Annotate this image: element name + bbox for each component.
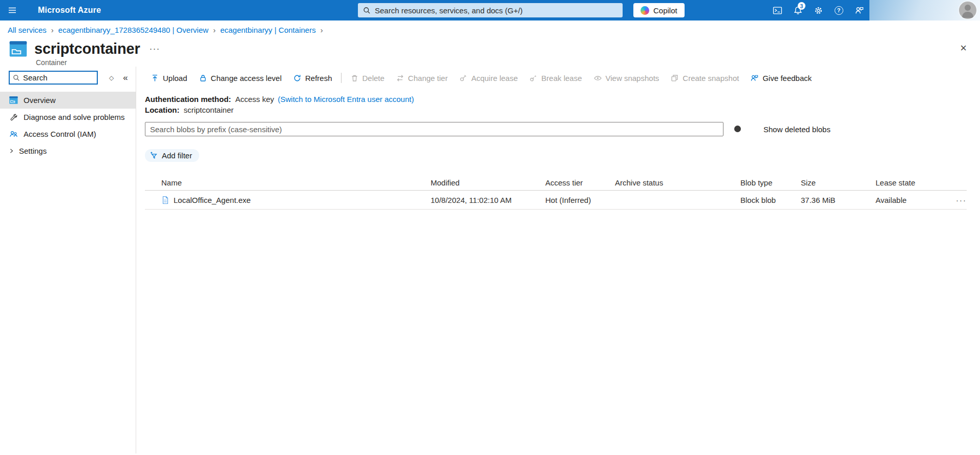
change-access-level-button[interactable]: Change access level — [193, 71, 287, 85]
sidebar: ◇ « Overview Diagnose and solve problems… — [0, 67, 136, 453]
row-more-icon[interactable]: ··· — [937, 196, 967, 204]
chevron-right-icon — [8, 148, 15, 154]
breadcrumb-all-services[interactable]: All services — [8, 26, 47, 34]
break-lease-icon — [529, 74, 538, 82]
add-filter-label: Add filter — [162, 151, 192, 160]
swap-arrows-icon — [396, 74, 404, 82]
cell-access-tier: Hot (Inferred) — [545, 196, 615, 204]
refresh-button[interactable]: Refresh — [287, 71, 338, 85]
azure-topbar: Microsoft Azure Copilot 3 ? — [0, 0, 980, 20]
search-icon — [363, 7, 371, 14]
global-search-input[interactable] — [375, 6, 617, 15]
blob-prefix-search[interactable] — [145, 122, 723, 136]
wrench-icon — [9, 113, 18, 121]
settings-gear-icon[interactable] — [808, 0, 828, 20]
acquire-lease-button: Acquire lease — [453, 71, 523, 85]
copilot-label: Copilot — [653, 6, 677, 15]
sidebar-search-input[interactable] — [23, 73, 94, 82]
global-search[interactable] — [358, 3, 623, 17]
sidebar-group-label: Settings — [19, 147, 47, 155]
switch-auth-link[interactable]: (Switch to Microsoft Entra user account) — [278, 95, 414, 104]
show-deleted-blobs-label: Show deleted blobs — [763, 125, 830, 134]
toolbar-divider — [341, 73, 342, 83]
brand-title[interactable]: Microsoft Azure — [38, 6, 101, 15]
cell-lease-state: Available — [876, 196, 937, 204]
blob-name-link[interactable]: LocalOffice_Agent.exe — [174, 196, 251, 204]
table-header-row: Name Modified Access tier Archive status… — [145, 175, 967, 191]
trash-icon — [350, 74, 359, 82]
auth-method-label: Authentication method: — [145, 95, 231, 104]
notifications-bell-icon[interactable]: 3 — [787, 0, 808, 20]
notification-badge: 3 — [798, 2, 805, 10]
create-snapshot-button: Create snapshot — [665, 71, 744, 85]
column-header-name[interactable]: Name — [161, 178, 431, 187]
cell-blob-type: Block blob — [740, 196, 801, 204]
cell-modified: 10/8/2024, 11:02:10 AM — [431, 196, 545, 204]
sidebar-item-diagnose[interactable]: Diagnose and solve problems — [0, 109, 136, 126]
sidebar-search[interactable] — [9, 71, 98, 85]
eye-icon — [593, 74, 602, 82]
container-icon — [9, 41, 27, 57]
upload-button[interactable]: Upload — [145, 71, 193, 85]
avatar[interactable] — [959, 2, 976, 19]
column-header-lease-state[interactable]: Lease state — [876, 178, 937, 187]
page-title: scriptcontainer — [34, 40, 140, 57]
help-icon[interactable]: ? — [828, 0, 849, 20]
show-deleted-blobs-toggle[interactable] — [733, 124, 757, 135]
location-value: scriptcontainer — [184, 106, 234, 114]
iam-people-icon — [9, 130, 18, 138]
table-row[interactable]: LocalOffice_Agent.exe 10/8/2024, 11:02:1… — [145, 191, 967, 210]
sidebar-item-label: Access Control (IAM) — [24, 130, 96, 138]
close-icon[interactable]: × — [960, 43, 967, 54]
snapshot-icon — [670, 74, 679, 82]
blob-table: Name Modified Access tier Archive status… — [145, 175, 967, 210]
content: Upload Change access level Refresh Delet… — [136, 67, 980, 453]
add-filter-button[interactable]: Add filter — [145, 149, 199, 162]
refresh-icon — [293, 74, 302, 82]
lease-icon — [459, 74, 467, 82]
sidebar-item-access-control[interactable]: Access Control (IAM) — [0, 126, 136, 142]
feedback-icon[interactable] — [849, 0, 869, 20]
page-subtitle: Container — [36, 58, 980, 67]
upload-icon — [151, 74, 159, 82]
column-header-size[interactable]: Size — [801, 178, 876, 187]
location-label: Location: — [145, 106, 180, 114]
delete-button: Delete — [345, 71, 390, 85]
file-icon — [161, 196, 169, 204]
auth-method-value: Access key — [236, 95, 274, 104]
give-feedback-button[interactable]: Give feedback — [744, 71, 817, 85]
breadcrumb-separator: › — [51, 26, 54, 34]
breadcrumb-containers[interactable]: ecagentbinaryy | Containers — [220, 26, 316, 34]
cloud-shell-icon[interactable] — [767, 0, 787, 20]
sidebar-group-settings[interactable]: Settings — [0, 142, 136, 159]
hamburger-menu-icon[interactable] — [0, 0, 25, 20]
break-lease-button: Break lease — [523, 71, 587, 85]
command-toolbar: Upload Change access level Refresh Delet… — [145, 70, 967, 86]
column-header-archive-status[interactable]: Archive status — [615, 178, 740, 187]
sidebar-item-overview[interactable]: Overview — [0, 92, 136, 109]
search-icon — [13, 74, 20, 81]
container-icon — [9, 96, 18, 104]
change-tier-button: Change tier — [390, 71, 454, 85]
copilot-button[interactable]: Copilot — [633, 3, 685, 17]
breadcrumb: All services › ecagentbinaryy_1728365249… — [0, 20, 980, 37]
cell-size: 37.36 MiB — [801, 196, 876, 204]
column-header-access-tier[interactable]: Access tier — [545, 178, 615, 187]
copilot-icon — [641, 6, 649, 15]
sidebar-item-label: Overview — [24, 96, 56, 105]
title-more-icon[interactable]: ··· — [147, 44, 162, 54]
column-header-blob-type[interactable]: Blob type — [740, 178, 801, 187]
breadcrumb-separator: › — [321, 26, 323, 34]
breadcrumb-storage-account[interactable]: ecagentbinaryy_1728365249480 | Overview — [58, 26, 208, 34]
breadcrumb-separator: › — [213, 26, 216, 34]
blob-prefix-search-input[interactable] — [150, 125, 718, 134]
column-header-modified[interactable]: Modified — [431, 178, 545, 187]
page-header: scriptcontainer ··· Container × — [0, 37, 980, 67]
meta-info: Authentication method: Access key (Switc… — [145, 94, 967, 115]
view-snapshots-button: View snapshots — [588, 71, 665, 85]
row-checkbox[interactable] — [145, 195, 154, 204]
diamond-icon: ◇ — [109, 74, 114, 81]
add-filter-icon — [150, 151, 158, 160]
sidebar-item-label: Diagnose and solve problems — [24, 113, 125, 121]
collapse-sidebar-icon[interactable]: « — [123, 73, 127, 83]
